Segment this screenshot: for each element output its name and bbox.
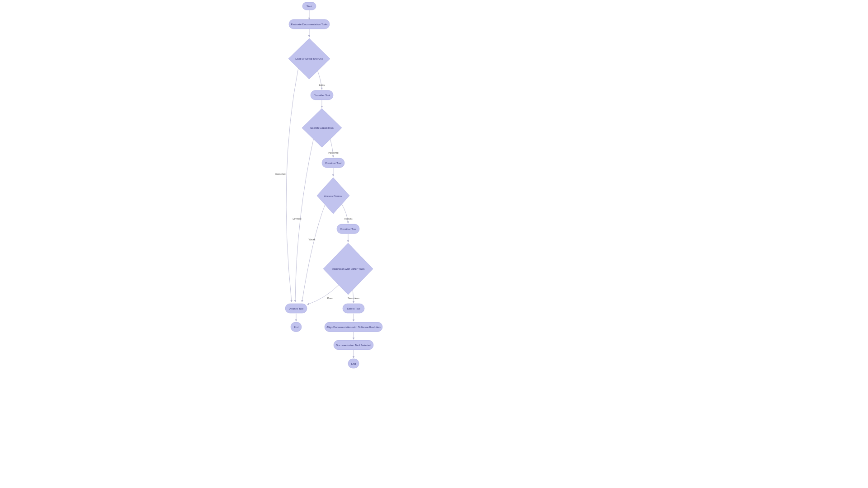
node-selected-label: Documentation Tool Selected <box>336 344 371 347</box>
edge-label-limited: Limited <box>292 217 301 220</box>
node-integration-label: Integration with Other Tools <box>332 267 365 270</box>
edge-ease-discard <box>286 68 298 302</box>
node-consider2-label: Consider Tool <box>325 162 342 164</box>
node-ease-label: Ease of Setup and Use <box>295 57 323 60</box>
node-select-label: Select Tool <box>347 307 360 310</box>
edge-label-easy: Easy <box>319 84 325 86</box>
edge-integration-discard <box>307 285 339 305</box>
node-consider3-label: Consider Tool <box>340 228 357 230</box>
edge-label-poor: Poor <box>327 297 333 300</box>
edge-label-complex: Complex <box>275 173 286 175</box>
node-consider1-label: Consider Tool <box>314 94 330 97</box>
node-end2-label: End <box>351 362 356 365</box>
node-evaluate-label: Evaluate Documentation Tools <box>291 23 328 26</box>
edge-access-consider3 <box>341 203 348 223</box>
node-start-label: Start <box>307 5 312 8</box>
edge-label-powerful: Powerful <box>328 151 338 154</box>
node-align-label: Align Documentation with Software Evolut… <box>326 326 380 328</box>
edge-integration-select <box>353 289 354 303</box>
node-end1-label: End <box>294 326 299 328</box>
node-discard-label: Discard Tool <box>289 307 304 310</box>
edge-access-discard <box>302 203 326 302</box>
edge-label-weak: Weak <box>308 238 316 241</box>
node-search-label: Search Capabilities <box>310 127 334 129</box>
node-access-label: Access Control <box>324 195 342 197</box>
edge-label-robust: Robust <box>344 217 352 220</box>
edge-label-seamless: Seamless <box>348 297 359 300</box>
